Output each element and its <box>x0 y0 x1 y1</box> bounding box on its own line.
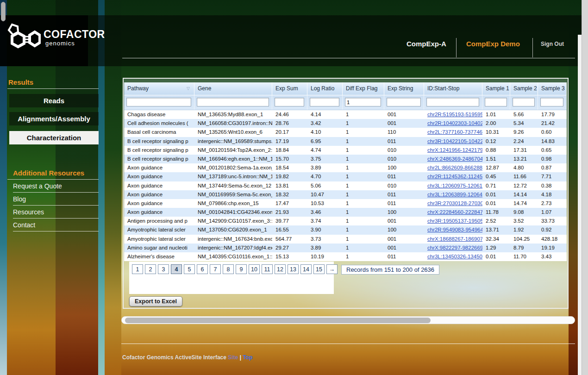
footer: Cofactor Genomics ActiveSite Interface S… <box>122 354 252 361</box>
sidebar-item-reads[interactable]: Reads <box>9 94 99 107</box>
sidebar-item-characterization[interactable]: Characterization <box>9 131 99 144</box>
cell-log-ratio: 4.74 <box>307 146 343 155</box>
id-start-stop-link[interactable]: chrX:18688267-1869070 <box>427 236 482 242</box>
cell-id-start-stop: chr2R:5195193-5195953 <box>424 110 482 119</box>
cell-sample-1: 32.34 <box>482 235 510 244</box>
cell-sample-2: 9.26 <box>510 128 538 137</box>
results-table: Pathway▽GeneExp SumLog RatioDiff Exp Fla… <box>124 82 567 261</box>
id-start-stop-link[interactable]: chrX:1241956-1242179 <box>427 147 482 153</box>
filter-input-sample-1[interactable] <box>485 98 507 106</box>
cell-sample-1: 1.01 <box>482 110 510 119</box>
column-header-sample-1[interactable]: Sample 1 <box>482 82 510 95</box>
column-header-gene[interactable]: Gene <box>194 82 272 95</box>
page-button-12[interactable]: 12 <box>275 264 286 274</box>
cell-gene: intergenic::NM_167634:bnb.exon_2N <box>194 235 272 244</box>
next-page-button[interactable]: → <box>326 264 338 274</box>
column-header-pathway[interactable]: Pathway▽ <box>124 82 194 95</box>
id-start-stop-link[interactable]: chr2L:8662609-8662881 <box>427 165 482 170</box>
page-button-2[interactable]: 2 <box>145 264 156 274</box>
id-start-stop-link[interactable]: chr2R:5195193-5195953 <box>427 112 482 117</box>
page-button-4[interactable]: 4 <box>171 264 182 274</box>
sidebar-item-contact[interactable]: Contact <box>13 221 99 229</box>
sidebar-item-alignments-assembly[interactable]: Alignments/Assembly <box>9 112 99 125</box>
id-start-stop-link[interactable]: chr3R:19505137-195054 <box>427 218 482 224</box>
sidebar-divider <box>7 88 99 89</box>
cell-exp-string: 001 <box>384 244 424 252</box>
id-start-stop-link[interactable]: chr3L:12063899-120641 <box>427 192 482 197</box>
table-row: Chagas diseaseNM_136635:Myd88.exon_124.4… <box>124 110 567 119</box>
footer-top-link[interactable]: Top <box>243 354 252 361</box>
nav-compexp-a[interactable]: CompExp-A <box>407 40 446 48</box>
column-header-log-ratio[interactable]: Log Ratio <box>307 82 343 95</box>
page-button-7[interactable]: 7 <box>210 264 221 274</box>
cell-log-ratio: 10.47 <box>307 190 343 199</box>
id-start-stop-link[interactable]: chr2R:11245362-112453 <box>427 174 482 179</box>
column-header-sample-2[interactable]: Sample 2 <box>510 82 538 95</box>
vertical-scrollbar[interactable] <box>582 0 588 375</box>
filter-input-pathway[interactable] <box>126 98 191 106</box>
sign-out-button[interactable]: Sign Out <box>541 41 564 47</box>
column-header-id-start-stop[interactable]: ID:Start-Stop <box>424 82 482 95</box>
vertical-scrollbar-thumb[interactable] <box>1 2 6 21</box>
cell-exp-sum: 39.77 <box>272 217 307 225</box>
id-start-stop-link[interactable]: chr3R:10422105-104221 <box>427 138 482 144</box>
filter-input-exp-string[interactable] <box>387 98 421 106</box>
horizontal-scrollbar-thumb[interactable] <box>125 318 431 323</box>
cell-log-ratio: 5.06 <box>307 181 343 190</box>
filter-input-diff-exp-flag[interactable] <box>345 98 381 106</box>
page-button-9[interactable]: 9 <box>236 264 247 274</box>
cell-sample-1: 13.71 <box>482 225 510 234</box>
id-start-stop-link[interactable]: chrX:9822297-9822669 <box>427 245 482 250</box>
column-header-sample-3[interactable]: Sample 3 <box>538 82 567 95</box>
nav-divider <box>456 38 457 57</box>
page-button-6[interactable]: 6 <box>197 264 208 274</box>
page-button-15[interactable]: 15 <box>313 264 325 274</box>
column-header-diff-exp-flag[interactable]: Diff Exp Flag <box>343 82 384 95</box>
cell-diff-exp-flag: 1 <box>343 208 384 217</box>
table-row: B cell receptor signaling pNM_001201594:… <box>124 146 567 155</box>
filter-input-id-start-stop[interactable] <box>426 98 479 106</box>
page-button-14[interactable]: 14 <box>300 264 312 274</box>
cell-gene: NM_136635:Myd88.exon_1 <box>194 110 272 119</box>
id-start-stop-link[interactable]: chrX:2486369-2486704 <box>427 156 482 162</box>
cell-sample-1: 0.12 <box>482 137 510 146</box>
id-start-stop-link[interactable]: chr3L:13450326-134505 <box>427 254 482 259</box>
cell-gene: NM_135265:Wnt10.exon_6 <box>194 128 272 137</box>
page-button-10[interactable]: 10 <box>249 264 260 274</box>
id-start-stop-link[interactable]: chr3L:12060975-120610 <box>427 183 482 188</box>
filter-input-log-ratio[interactable] <box>310 98 339 106</box>
table-row: B cell receptor signaling pNM_166946:egh… <box>124 155 567 163</box>
id-start-stop-link[interactable]: chr2R:9549083-9549644 <box>427 227 482 232</box>
filter-input-exp-sum[interactable] <box>275 98 304 106</box>
id-start-stop-link[interactable]: chrX:22284560-2228478 <box>427 209 482 215</box>
column-header-exp-string[interactable]: Exp String <box>384 82 424 95</box>
cell-exp-sum: 20.17 <box>272 128 307 137</box>
page-button-5[interactable]: 5 <box>184 264 195 274</box>
cell-diff-exp-flag: 1 <box>343 172 384 181</box>
id-start-stop-link[interactable]: chr2L:7377160-7377468 <box>427 129 482 135</box>
cell-pathway: Antigen processing and p <box>124 217 194 225</box>
filter-input-sample-3[interactable] <box>540 98 563 106</box>
column-header-exp-sum[interactable]: Exp Sum <box>272 82 307 95</box>
page-button-1[interactable]: 1 <box>132 264 143 274</box>
filter-input-gene[interactable] <box>197 98 269 106</box>
cell-diff-exp-flag: 1 <box>343 110 384 119</box>
cell-sample-1: 1.29 <box>482 244 510 252</box>
table-row: Axon guidanceNM_001201802:Sema-1a.exon_1… <box>124 163 567 172</box>
footer-site-link[interactable]: Site <box>228 354 238 361</box>
export-to-excel-button[interactable]: Export to Excel <box>129 296 182 306</box>
id-start-stop-link[interactable]: chr3R:27030128-270301 <box>427 200 482 206</box>
nav-compexp-demo[interactable]: CompExp Demo <box>466 40 520 48</box>
page-button-3[interactable]: 3 <box>158 264 169 274</box>
filter-input-sample-2[interactable] <box>513 98 535 106</box>
sidebar-item-request-a-quote[interactable]: Request a Quote <box>13 182 99 190</box>
id-start-stop-link[interactable]: chr2R:10402303-104023 <box>427 120 482 126</box>
sidebar-item-resources[interactable]: Resources <box>13 208 99 216</box>
cell-sample-3: 0.60 <box>538 128 567 137</box>
cell-pathway: Amyotrophic lateral scler <box>124 225 194 234</box>
page-button-8[interactable]: 8 <box>223 264 234 274</box>
horizontal-scrollbar[interactable] <box>121 316 575 324</box>
sidebar-item-blog[interactable]: Blog <box>13 195 99 203</box>
page-button-11[interactable]: 11 <box>262 264 273 274</box>
page-button-13[interactable]: 13 <box>288 264 299 274</box>
